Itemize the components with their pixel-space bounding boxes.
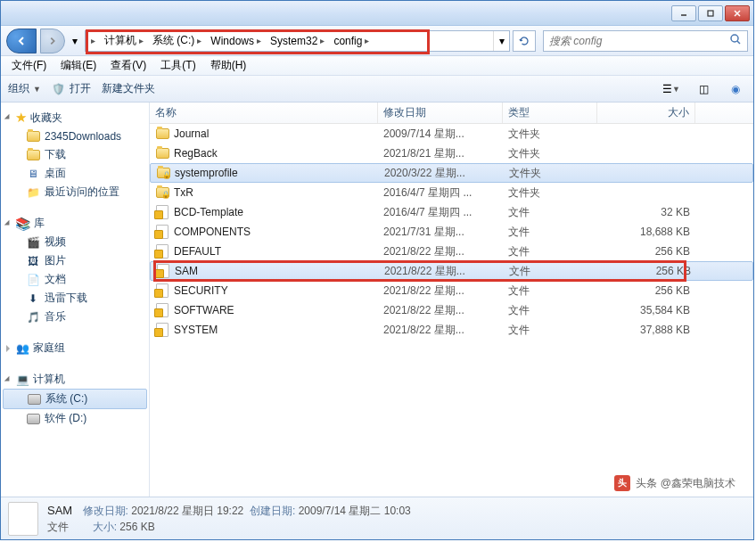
address-bar[interactable]: ▸ 计算机▸ 系统 (C:)▸ Windows▸ System32▸ confi… [85, 30, 510, 52]
file-row[interactable]: TxR2016/4/7 星期四 ...文件夹 [150, 183, 753, 202]
file-row[interactable]: RegBack2021/8/21 星期...文件夹 [150, 144, 753, 163]
folder-lock-icon [156, 187, 169, 198]
file-date: 2021/8/22 星期... [378, 283, 503, 299]
sidebar-2345downloads[interactable]: 2345Downloads [1, 127, 149, 145]
sidebar-music[interactable]: 🎵音乐 [1, 308, 149, 326]
file-name: COMPONENTS [174, 226, 251, 238]
menu-tools[interactable]: 工具(T) [153, 56, 202, 75]
breadcrumb-system32[interactable]: System32▸ [265, 31, 328, 51]
file-size: 37,888 KB [597, 324, 695, 336]
help-button[interactable]: ◉ [725, 79, 746, 99]
sidebar-pictures[interactable]: 🖼图片 [1, 251, 149, 270]
preview-pane-button[interactable]: ◫ [693, 79, 714, 99]
favorites-header[interactable]: ★收藏夹 [1, 108, 149, 127]
menu-help[interactable]: 帮助(H) [203, 56, 254, 75]
explorer-window: ▾ ▸ 计算机▸ 系统 (C:)▸ Windows▸ System32▸ con… [0, 0, 754, 540]
breadcrumb-drive[interactable]: 系统 (C:)▸ [147, 31, 205, 51]
maximize-button[interactable] [698, 5, 723, 21]
column-headers: 名称 修改日期 类型 大小 [150, 103, 753, 124]
computer-header[interactable]: 💻计算机 [1, 370, 149, 389]
menu-bar: 文件(F) 编辑(E) 查看(V) 工具(T) 帮助(H) [1, 56, 753, 76]
file-type: 文件 [503, 283, 597, 299]
file-lock-icon [157, 264, 169, 278]
breadcrumb-root[interactable]: ▸ [86, 31, 99, 51]
file-date: 2020/3/22 星期... [379, 166, 504, 181]
column-type[interactable]: 类型 [503, 103, 597, 123]
sidebar-recent[interactable]: 📁最近访问的位置 [1, 183, 149, 201]
sidebar-desktop[interactable]: 🖥桌面 [1, 164, 149, 183]
breadcrumb-config[interactable]: config▸ [328, 31, 373, 51]
column-size[interactable]: 大小 [597, 103, 695, 123]
star-icon: ★ [15, 110, 27, 126]
desktop-icon: 🖥 [26, 167, 40, 181]
sidebar-documents[interactable]: 📄文档 [1, 270, 149, 289]
homegroup-header[interactable]: 👥家庭组 [1, 339, 149, 357]
sidebar-downloads[interactable]: 下载 [1, 145, 149, 164]
file-row[interactable]: systemprofile2020/3/22 星期...文件夹 [150, 163, 753, 183]
command-bar: 组织 ▼ 🛡️打开 新建文件夹 ☰ ▼ ◫ ◉ [1, 76, 753, 103]
file-date: 2021/8/21 星期... [378, 146, 503, 161]
file-date: 2021/8/22 星期... [378, 244, 503, 259]
drive-icon [27, 414, 40, 424]
file-row[interactable]: COMPONENTS2021/7/31 星期...文件18,688 KB [150, 222, 753, 242]
music-icon: 🎵 [26, 310, 40, 324]
watermark-logo: 头 [614, 475, 630, 491]
file-name: DEFAULT [174, 245, 221, 258]
search-input[interactable] [549, 35, 729, 47]
history-dropdown[interactable]: ▾ [69, 32, 81, 50]
sidebar-videos[interactable]: 🎬视频 [1, 233, 149, 251]
sidebar-xunlei[interactable]: ⬇迅雷下载 [1, 289, 149, 308]
new-folder-button[interactable]: 新建文件夹 [102, 81, 155, 96]
folder-icon [156, 128, 169, 139]
breadcrumb-computer[interactable]: 计算机▸ [99, 31, 147, 51]
close-button[interactable] [725, 5, 750, 21]
file-date: 2021/8/22 星期... [378, 323, 503, 338]
libraries-header[interactable]: 📚库 [1, 214, 149, 233]
file-name: SECURITY [174, 284, 228, 297]
menu-edit[interactable]: 编辑(E) [53, 56, 103, 75]
file-row[interactable]: BCD-Template2016/4/7 星期四 ...文件32 KB [150, 202, 753, 222]
address-dropdown[interactable]: ▾ [493, 31, 509, 51]
file-row[interactable]: SAM2021/8/22 星期...文件256 KB [150, 261, 753, 281]
svg-rect-1 [708, 11, 713, 16]
column-date[interactable]: 修改日期 [378, 103, 503, 123]
search-box[interactable] [543, 30, 748, 52]
library-icon: 📚 [15, 217, 30, 231]
file-date: 2021/8/22 星期... [379, 264, 504, 279]
minimize-button[interactable] [671, 5, 696, 21]
file-type: 文件夹 [503, 146, 597, 161]
file-name: Journal [174, 127, 209, 140]
file-row[interactable]: SECURITY2021/8/22 星期...文件256 KB [150, 281, 753, 300]
file-date: 2021/7/31 星期... [378, 225, 503, 240]
forward-button[interactable] [40, 29, 65, 53]
view-options-button[interactable]: ☰ ▼ [661, 79, 682, 99]
file-row[interactable]: SYSTEM2021/8/22 星期...文件37,888 KB [150, 320, 753, 340]
file-type: 文件夹 [503, 185, 597, 201]
search-icon [729, 33, 742, 48]
titlebar [1, 1, 753, 26]
back-button[interactable] [6, 29, 37, 53]
column-name[interactable]: 名称 [150, 103, 378, 123]
file-row[interactable]: SOFTWARE2021/8/22 星期...文件35,584 KB [150, 300, 753, 320]
shield-icon: 🛡️ [52, 82, 66, 96]
sidebar-drive-d[interactable]: 软件 (D:) [1, 409, 149, 428]
refresh-button[interactable] [513, 30, 536, 52]
organize-button[interactable]: 组织 ▼ [8, 81, 41, 96]
navigation-bar: ▾ ▸ 计算机▸ 系统 (C:)▸ Windows▸ System32▸ con… [1, 26, 753, 56]
file-type: 文件 [504, 264, 598, 279]
open-button[interactable]: 🛡️打开 [52, 81, 91, 96]
content-area: ★收藏夹 2345Downloads 下载 🖥桌面 📁最近访问的位置 📚库 🎬视… [1, 103, 753, 497]
file-type: 文件 [503, 303, 597, 318]
file-date: 2009/7/14 星期... [378, 127, 503, 142]
file-name: systemprofile [175, 167, 238, 179]
sidebar-drive-c[interactable]: 系统 (C:) [3, 389, 147, 409]
file-size: 256 KB [598, 265, 696, 277]
file-name: SYSTEM [174, 324, 218, 336]
file-size: 32 KB [597, 206, 695, 218]
file-row[interactable]: Journal2009/7/14 星期...文件夹 [150, 124, 753, 144]
menu-file[interactable]: 文件(F) [4, 56, 53, 75]
menu-view[interactable]: 查看(V) [103, 56, 153, 75]
breadcrumb-windows[interactable]: Windows▸ [205, 31, 265, 51]
file-row[interactable]: DEFAULT2021/8/22 星期...文件256 KB [150, 242, 753, 261]
file-size: 256 KB [597, 284, 695, 297]
